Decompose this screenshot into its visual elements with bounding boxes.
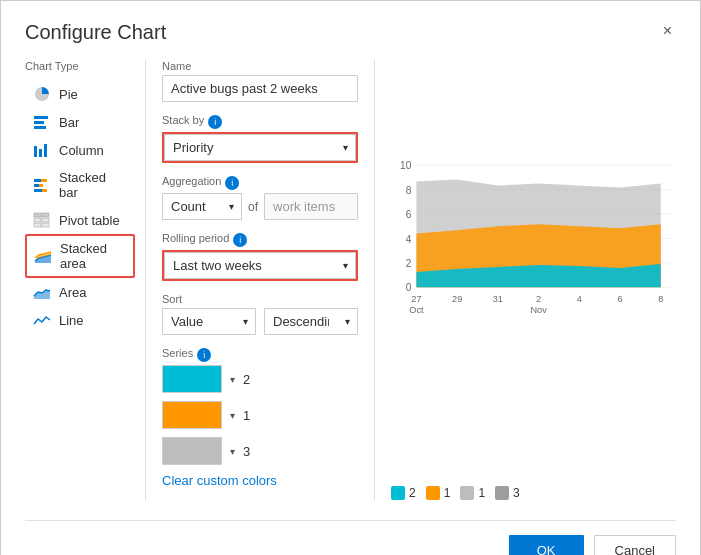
- dialog-body: Chart Type Pie Bar Column: [25, 60, 676, 500]
- svg-rect-3: [34, 146, 37, 157]
- sort-label: Sort: [162, 293, 358, 305]
- chart-type-pivot-table[interactable]: Pivot table: [25, 206, 135, 234]
- chart-type-line-label: Line: [59, 313, 84, 328]
- series-label-0: 2: [243, 372, 250, 387]
- legend-dot-1: [426, 486, 440, 500]
- rolling-period-select-wrapper: Last two weeks ▾: [162, 250, 358, 281]
- chart-type-area[interactable]: Area: [25, 278, 135, 306]
- chart-type-line[interactable]: Line: [25, 306, 135, 334]
- chart-type-panel: Chart Type Pie Bar Column: [25, 60, 145, 500]
- svg-rect-7: [41, 179, 47, 182]
- ok-button[interactable]: OK: [509, 535, 584, 555]
- series-color-1[interactable]: [162, 401, 222, 429]
- chart-type-pivot-label: Pivot table: [59, 213, 120, 228]
- svg-rect-0: [34, 116, 48, 119]
- rolling-period-select[interactable]: Last two weeks: [164, 252, 356, 279]
- stacked-area-icon: [33, 248, 53, 264]
- chart-type-stacked-bar-label: Stacked bar: [59, 170, 128, 200]
- legend-dot-2: [460, 486, 474, 500]
- series-chevron-0[interactable]: ▾: [230, 374, 235, 385]
- svg-rect-6: [34, 179, 41, 182]
- series-chevron-1[interactable]: ▾: [230, 410, 235, 421]
- svg-rect-12: [34, 213, 41, 217]
- sort-value-select-wrapper: Value ▾: [162, 308, 256, 335]
- bar-icon: [32, 114, 52, 130]
- series-color-2[interactable]: [162, 437, 222, 465]
- legend-label-2: 1: [478, 486, 485, 500]
- series-field-group: Series i ▾ 2 ▾ 1 ▾ 3: [162, 347, 358, 488]
- series-row-1: ▾ 1: [162, 401, 358, 429]
- legend-dot-0: [391, 486, 405, 500]
- name-input[interactable]: [162, 75, 358, 102]
- chart-svg: 10 8 6 4 2 0: [391, 60, 676, 478]
- svg-rect-1: [34, 121, 44, 124]
- configure-chart-dialog: Configure Chart × Chart Type Pie Bar: [0, 0, 701, 555]
- stack-by-field-group: Stack by i Priority ▾: [162, 114, 358, 163]
- legend-dot-3: [495, 486, 509, 500]
- svg-rect-13: [42, 213, 49, 217]
- line-icon: [32, 312, 52, 328]
- series-label-1: 1: [243, 408, 250, 423]
- options-panel: Name Stack by i Priority ▾ A: [145, 60, 375, 500]
- svg-rect-17: [42, 223, 49, 227]
- svg-text:4: 4: [406, 234, 412, 245]
- dialog-title: Configure Chart: [25, 21, 166, 44]
- chart-type-column[interactable]: Column: [25, 136, 135, 164]
- legend-item-3: 3: [495, 486, 520, 500]
- close-button[interactable]: ×: [659, 21, 676, 41]
- chart-type-pie[interactable]: Pie: [25, 80, 135, 108]
- svg-text:8: 8: [658, 294, 663, 304]
- svg-rect-10: [34, 189, 42, 192]
- aggregation-select-wrapper: Count ▾: [162, 193, 242, 220]
- legend-label-0: 2: [409, 486, 416, 500]
- series-color-0[interactable]: [162, 365, 222, 393]
- series-chevron-2[interactable]: ▾: [230, 446, 235, 457]
- series-label-2: 3: [243, 444, 250, 459]
- series-info-icon[interactable]: i: [197, 348, 211, 362]
- svg-text:27: 27: [411, 294, 421, 304]
- svg-text:6: 6: [406, 209, 412, 220]
- stack-by-info-icon[interactable]: i: [208, 115, 222, 129]
- legend-item-1: 1: [426, 486, 451, 500]
- rolling-period-info-icon[interactable]: i: [233, 233, 247, 247]
- series-row-2: ▾ 3: [162, 437, 358, 465]
- series-label-row: Series i: [162, 347, 358, 362]
- svg-text:2: 2: [406, 258, 412, 269]
- name-field-group: Name: [162, 60, 358, 102]
- svg-rect-5: [44, 144, 47, 157]
- dialog-header: Configure Chart ×: [25, 21, 676, 44]
- legend-label-1: 1: [444, 486, 451, 500]
- aggregation-row: Count ▾ of: [162, 193, 358, 220]
- pivot-icon: [32, 212, 52, 228]
- chart-type-area-label: Area: [59, 285, 86, 300]
- series-label: Series: [162, 347, 193, 359]
- aggregation-info-icon[interactable]: i: [225, 176, 239, 190]
- aggregation-label-row: Aggregation i: [162, 175, 358, 190]
- rolling-period-label-row: Rolling period i: [162, 232, 358, 247]
- sort-order-select[interactable]: Descending: [264, 308, 358, 335]
- cancel-button[interactable]: Cancel: [594, 535, 676, 555]
- chart-type-stacked-area-label: Stacked area: [60, 241, 127, 271]
- svg-text:Oct: Oct: [409, 305, 424, 315]
- svg-rect-4: [39, 149, 42, 157]
- svg-rect-15: [42, 218, 49, 222]
- clear-custom-colors-link[interactable]: Clear custom colors: [162, 473, 277, 488]
- stack-by-select[interactable]: Priority: [164, 134, 356, 161]
- svg-text:8: 8: [406, 185, 412, 196]
- svg-text:31: 31: [493, 294, 503, 304]
- aggregation-select[interactable]: Count: [162, 193, 242, 220]
- chart-type-stacked-bar[interactable]: Stacked bar: [25, 164, 135, 206]
- chart-legend: 2 1 1 3: [391, 486, 676, 500]
- sort-value-select[interactable]: Value: [162, 308, 256, 335]
- sort-field-group: Sort Value ▾ Descending ▾: [162, 293, 358, 335]
- svg-rect-11: [42, 189, 47, 192]
- chart-type-bar[interactable]: Bar: [25, 108, 135, 136]
- chart-type-stacked-area[interactable]: Stacked area: [25, 234, 135, 278]
- chart-type-bar-label: Bar: [59, 115, 79, 130]
- pie-icon: [32, 86, 52, 102]
- chart-type-label: Chart Type: [25, 60, 135, 72]
- stacked-bar-icon: [32, 177, 52, 193]
- of-label: of: [248, 200, 258, 214]
- name-label: Name: [162, 60, 358, 72]
- svg-rect-8: [34, 184, 39, 187]
